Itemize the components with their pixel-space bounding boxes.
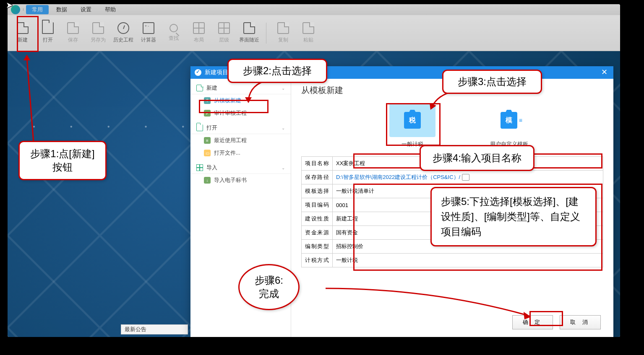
lp-item-recent[interactable]: ≡最近使用工程 — [190, 134, 291, 147]
ribbon-open-button[interactable]: 打开 — [37, 18, 59, 48]
cancel-button[interactable]: 取 消 — [560, 315, 601, 329]
callout-step1: 步骤1:点[新建]按钮 — [18, 141, 107, 180]
menubar: 常用 数据 设置 帮助 — [8, 4, 620, 15]
ribbon-layout-button: 布局 — [188, 18, 210, 48]
select-tax-method[interactable] — [336, 257, 600, 264]
ribbon-separator — [266, 23, 266, 44]
dialog-title-icon — [195, 69, 201, 76]
label-tax: 计税方式 — [302, 254, 333, 267]
custom-template-icon: 模 — [501, 112, 517, 129]
lp-item-from-template[interactable]: ?从模板新建 — [190, 94, 291, 107]
open-file-icon: ▭ — [204, 150, 211, 156]
label-template: 模板选择 — [302, 184, 333, 198]
label-nature: 建设性质 — [302, 212, 333, 225]
lp-item-audit[interactable]: ✓审计审核工程 — [190, 107, 291, 119]
lp-item-import-ebid[interactable]: ↓导入电子标书 — [190, 174, 291, 187]
ribbon-history-button[interactable]: 历史工程 — [112, 18, 134, 48]
ribbon-saveas-button: 另存为 — [87, 18, 109, 48]
callout-step3: 步骤3:点击选择 — [442, 70, 542, 94]
browse-folder-icon[interactable] — [462, 174, 469, 181]
lp-header-open[interactable]: 打开⌄ — [190, 122, 291, 134]
level-icon — [218, 22, 230, 34]
tax-icon: 税 — [404, 112, 421, 129]
menu-data[interactable]: 数据 — [50, 5, 73, 14]
callout-step4: 步骤4:输入项目名称 — [420, 145, 534, 171]
lp-item-open-file[interactable]: ▭打开文件... — [190, 147, 291, 159]
menu-settings[interactable]: 设置 — [75, 5, 97, 14]
announce-bar[interactable]: 最新公告 — [121, 324, 188, 334]
template-icon: ? — [204, 97, 211, 104]
lp-header-new[interactable]: 新建⌄ — [190, 82, 291, 94]
callout-step2: 步骤2:点击选择 — [227, 59, 327, 83]
label-project-name: 项目名称 — [302, 157, 333, 170]
callout-step6: 步骤6: 完成 — [238, 264, 300, 310]
chevron-down-icon: ⌄ — [282, 86, 285, 91]
grid-icon — [196, 164, 203, 171]
ribbon-save-button: 保存 — [62, 18, 84, 48]
lp-header-import[interactable]: 导入⌄ — [190, 162, 291, 174]
label-funding: 资金来源 — [302, 226, 333, 239]
lp-section-new: 新建⌄ ?从模板新建 ✓审计审核工程 — [190, 82, 291, 119]
lp-section-import: 导入⌄ ↓导入电子标书 — [190, 162, 291, 187]
ribbon-nearby-button[interactable]: 界面随近 — [238, 18, 260, 48]
saveas-icon — [92, 22, 104, 34]
ribbon-calculator-button[interactable]: 计算器 — [138, 18, 159, 48]
label-save-path: 保存路径 — [302, 171, 333, 184]
template-user-custom[interactable]: 模 用户自定义模板 — [482, 104, 536, 148]
arrow-step1 — [25, 54, 50, 144]
chevron-down-icon: ⌄ — [282, 126, 285, 130]
paste-icon — [302, 22, 314, 34]
cursor: ➤ — [6, 0, 13, 10]
import-icon: ↓ — [204, 177, 211, 184]
menu-help[interactable]: 帮助 — [99, 5, 122, 14]
audit-icon: ✓ — [204, 110, 211, 117]
folder-icon — [196, 124, 203, 131]
menu-common[interactable]: 常用 — [26, 5, 49, 14]
copy-icon — [277, 22, 289, 34]
save-icon — [67, 22, 79, 34]
svg-marker-3 — [524, 312, 531, 319]
arrow-step6 — [326, 288, 535, 323]
new-file-icon — [17, 22, 29, 34]
search-icon — [169, 24, 178, 32]
arrow-step2 — [247, 80, 272, 106]
dialog-close-button[interactable]: ✕ — [595, 66, 613, 79]
ribbon-toolbar: 新建 打开 保存 另存为 历史工程 计算器 查找 布局 层级 界面随近 复制 粘… — [8, 15, 620, 51]
ribbon-paste-button: 粘贴 — [297, 18, 319, 48]
label-compile: 编制类型 — [302, 240, 333, 253]
folder-icon — [42, 22, 54, 34]
template-row: 税 一般计税 模 用户自定义模板 — [385, 104, 603, 148]
page-icon — [196, 85, 203, 91]
ribbon-find-button: 查找 — [163, 18, 185, 48]
arrow-step3 — [430, 91, 463, 113]
history-icon — [117, 22, 129, 34]
nearby-icon — [243, 22, 255, 34]
label-code: 项目编码 — [302, 198, 333, 212]
calculator-icon — [143, 22, 154, 34]
value-save-path: D:\智多星软件\湖南2022建设工程计价（CPS&IC）/ — [336, 174, 460, 181]
recent-icon: ≡ — [204, 137, 211, 144]
ribbon-new-button[interactable]: 新建 — [12, 18, 34, 48]
ribbon-copy-button: 复制 — [272, 18, 294, 48]
ribbon-level-button: 层级 — [213, 18, 235, 48]
callout-step5: 步骤5:下拉选择[模板选择]、[建设性质]、[编制类型]等、自定义项目编码 — [430, 187, 597, 246]
dialog-title-text: 新建项目 — [205, 69, 228, 76]
chevron-down-icon: ⌄ — [282, 166, 285, 170]
lp-section-open: 打开⌄ ≡最近使用工程 ▭打开文件... — [190, 122, 291, 159]
layout-icon — [193, 22, 205, 34]
